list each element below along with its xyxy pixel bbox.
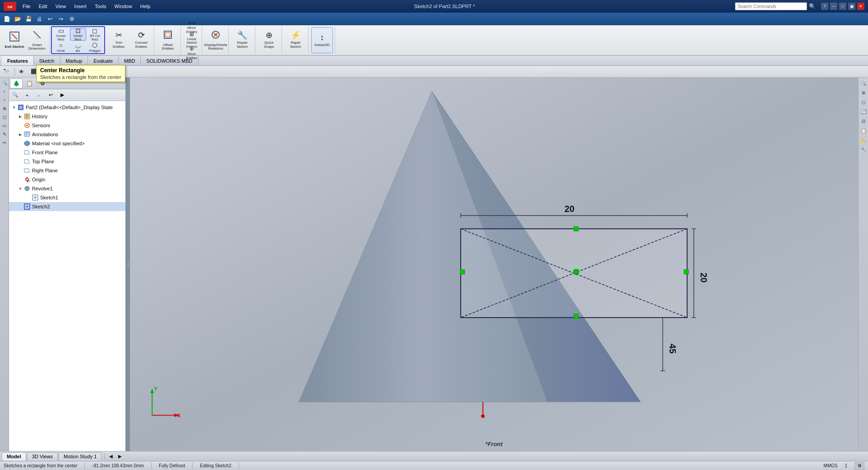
rectangle-button[interactable]: ▭ CornerRect xyxy=(53,28,69,41)
exit-sketch-button[interactable]: Exit Sketch xyxy=(4,27,25,53)
restore-button[interactable]: ▣ xyxy=(848,3,855,10)
close-button[interactable]: ✕ xyxy=(857,3,864,10)
ft-tab-featuretree[interactable]: 🌲 xyxy=(10,78,23,88)
svg-point-62 xyxy=(574,270,578,274)
rp-btn-4[interactable]: 🔄 xyxy=(859,107,868,116)
menu-help[interactable]: Help xyxy=(137,3,154,10)
menu-edit[interactable]: Edit xyxy=(35,3,51,10)
rp-btn-3[interactable]: ◻ xyxy=(859,97,868,106)
tree-sketch1-icon xyxy=(32,194,39,201)
ft-tab-properties[interactable]: 📋 xyxy=(23,78,36,88)
offset-entities-button[interactable]: Offset Entities xyxy=(157,27,179,53)
tree-item-annotations[interactable]: ▶ Annotations xyxy=(9,130,125,139)
tree-root[interactable]: ▼ Part2 (Default<<Default>_Display State xyxy=(9,103,125,112)
ft-filter-button[interactable]: 🔍 xyxy=(10,90,21,100)
rapid-sketch-button[interactable]: ⚡ Rapid Sketch xyxy=(285,27,306,53)
repair-sketch-button[interactable]: 🔧 Repair Sketch xyxy=(231,27,253,53)
tree-item-sketch1[interactable]: Sketch1 xyxy=(9,193,125,202)
tree-expand-revolve1[interactable]: ▼ xyxy=(17,185,23,192)
left-tool-1[interactable]: 🔍 xyxy=(0,78,9,87)
linear-sketch-pattern-button[interactable]: ⊞ Linear Sketch Pattern xyxy=(184,34,200,46)
smart-dimension-button[interactable]: ↔ Smart Dimension xyxy=(26,27,48,53)
redo-button[interactable]: ↪ xyxy=(56,14,66,24)
sketch-canvas[interactable]: 20 20 45 xyxy=(130,78,858,451)
menu-insert[interactable]: Insert xyxy=(70,3,90,10)
tabs-scroll-right[interactable]: ▶ xyxy=(115,452,125,461)
left-tool-6[interactable]: ▭ xyxy=(0,121,9,129)
tree-item-sketch2[interactable]: Sketch2 xyxy=(9,202,125,211)
quick-snaps-button[interactable]: ⊕ Quick Snaps xyxy=(258,27,280,53)
tree-expand-root[interactable]: ▼ xyxy=(11,104,17,111)
tabs-scroll-left[interactable]: ◀ xyxy=(106,452,115,461)
panel-resize-handle[interactable] xyxy=(126,78,130,451)
ft-collapse-button[interactable]: - xyxy=(33,90,44,100)
tab-features[interactable]: Features xyxy=(2,56,34,65)
tree-item-origin[interactable]: Origin xyxy=(9,175,125,184)
polygon-button[interactable]: ⬡ Polygon xyxy=(87,41,103,54)
left-tool-2[interactable]: ↕ xyxy=(0,87,9,95)
rp-btn-1[interactable]: 🔍 xyxy=(859,78,868,88)
save-button[interactable]: 💾 xyxy=(23,14,33,24)
maximize-button[interactable]: □ xyxy=(839,3,846,10)
tree-item-revolve1[interactable]: ▼ Revolve1 xyxy=(9,184,125,193)
ft-more-button[interactable]: ▶ xyxy=(57,90,68,100)
search-input[interactable] xyxy=(735,2,807,10)
tree-item-sensors[interactable]: Sensors xyxy=(9,121,125,130)
move-entities-button[interactable]: ✛ Move Entities xyxy=(184,47,200,60)
left-tool-4[interactable]: ⊕ xyxy=(0,104,9,112)
left-tool-8[interactable]: ✂ xyxy=(0,138,9,147)
rp-btn-6[interactable]: 📋 xyxy=(859,126,868,135)
hide-show-button[interactable]: 👁 xyxy=(18,67,28,77)
new-button[interactable]: 📄 xyxy=(2,14,12,24)
rp-btn-2[interactable]: ⊕ xyxy=(859,88,868,97)
rp-btn-5[interactable]: ⊡ xyxy=(859,116,868,125)
tab-mbd[interactable]: MBD xyxy=(119,56,141,65)
svg-rect-18 xyxy=(24,132,30,136)
right-panel: 🔍 ⊕ ◻ 🔄 ⊡ 📋 📐 🔧 xyxy=(858,78,868,451)
left-tool-3[interactable]: ○ xyxy=(0,96,9,104)
tree-expand-history[interactable]: ▶ xyxy=(17,113,23,120)
arc-button[interactable]: ◡ Arc xyxy=(70,41,86,54)
tree-item-material[interactable]: Material <not specified> xyxy=(9,139,125,148)
options-button[interactable]: ⚙ xyxy=(67,14,77,24)
tab-evaluate[interactable]: Evaluate xyxy=(88,56,119,65)
left-tool-7[interactable]: ✎ xyxy=(0,130,9,138)
tree-item-history[interactable]: ▶ History xyxy=(9,112,125,121)
trim-entities-button[interactable]: ✂ Trim Entities xyxy=(108,27,129,53)
view-orient-icon: 🔭 xyxy=(3,69,9,74)
menu-window[interactable]: Window xyxy=(111,3,136,10)
bottom-tab-3dviews[interactable]: 3D Views xyxy=(27,452,58,461)
ft-expand-button[interactable]: + xyxy=(22,90,32,100)
tab-sketch[interactable]: Sketch xyxy=(34,56,60,65)
ft-rollback-button[interactable]: ↩ xyxy=(45,90,56,100)
circle-button[interactable]: ○ Circle xyxy=(53,41,69,54)
svg-marker-21 xyxy=(24,141,30,146)
help-button[interactable]: ? xyxy=(821,3,828,10)
canvas-area: 20 20 45 xyxy=(130,78,858,451)
view-orient-button[interactable]: 🔭 xyxy=(2,67,12,77)
rp-btn-8[interactable]: 🔧 xyxy=(859,145,868,154)
tree-item-right-plane[interactable]: Right Plane xyxy=(9,166,125,175)
menu-tools[interactable]: Tools xyxy=(91,3,110,10)
svg-text:↔: ↔ xyxy=(35,36,39,40)
tab-markup[interactable]: Markup xyxy=(60,56,88,65)
display-delete-relations-button[interactable]: Display/Delete Relations xyxy=(205,27,226,53)
minimize-button[interactable]: ─ xyxy=(830,3,837,10)
undo-button[interactable]: ↩ xyxy=(45,14,55,24)
print-button[interactable]: 🖨 xyxy=(34,14,44,24)
center-rectangle-button[interactable]: ⊡ CenterRect xyxy=(70,28,86,41)
instant2d-button[interactable]: ↕ Instant2D xyxy=(311,27,333,53)
bottom-tab-model[interactable]: Model xyxy=(2,452,26,461)
tree-expand-annotations[interactable]: ▶ xyxy=(17,131,23,138)
tree-item-front-plane[interactable]: Front Plane xyxy=(9,148,125,157)
convert-entities-button[interactable]: ⟳ Convert Entities xyxy=(130,27,152,53)
open-button[interactable]: 📂 xyxy=(13,14,23,24)
status-settings-button[interactable]: ⚙ xyxy=(854,462,864,470)
bottom-tab-motion-study[interactable]: Motion Study 1 xyxy=(59,452,102,461)
menu-file[interactable]: File xyxy=(19,3,34,10)
tree-item-top-plane[interactable]: Top Plane xyxy=(9,157,125,166)
left-tool-5[interactable]: ◻ xyxy=(0,113,9,121)
3pt-corner-rect-button[interactable]: ◻ 3Pt CorRect xyxy=(87,28,103,41)
menu-view[interactable]: View xyxy=(52,3,70,10)
rp-btn-7[interactable]: 📐 xyxy=(859,135,868,144)
